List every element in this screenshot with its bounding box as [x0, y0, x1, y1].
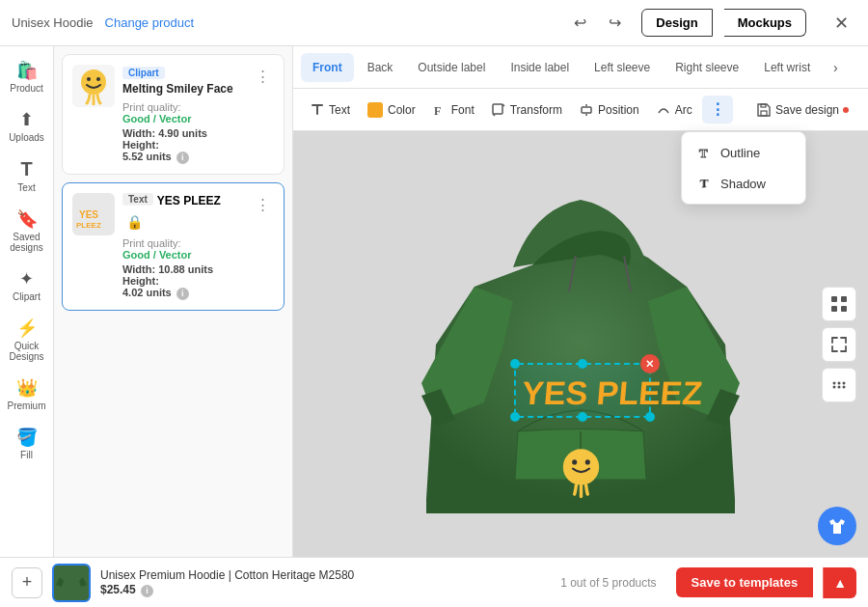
tab-left-wrist[interactable]: Left wrist [752, 53, 822, 82]
position-tool-label: Position [598, 103, 639, 117]
tab-right-sleeve[interactable]: Right sleeve [664, 53, 750, 82]
premium-icon: 👑 [16, 377, 38, 399]
undo-redo-group: ↩ ↪ [564, 8, 630, 39]
sidebar-item-product[interactable]: 🛍️ Product [4, 54, 50, 99]
sidebar-item-premium[interactable]: 👑 Premium [4, 372, 50, 417]
svg-point-1 [87, 77, 91, 81]
shirt-icon [827, 516, 847, 536]
tab-inside-label[interactable]: Inside label [499, 53, 581, 82]
shadow-icon: TT [697, 176, 713, 191]
layer-name-clipart: Melting Smiley Face [122, 82, 243, 97]
lock-button[interactable]: 🔒 [122, 210, 146, 234]
sidebar-label-text: Text [17, 182, 35, 193]
quality-label-1: Print quality: [122, 101, 243, 113]
text-tool-button[interactable]: Text [303, 98, 358, 122]
product-info: Unisex Premium Hoodie | Cotton Heritage … [100, 568, 551, 597]
info-icon-2[interactable]: i [176, 288, 189, 300]
svg-point-0 [81, 69, 106, 95]
sidebar-item-fill[interactable]: 🪣 Fill [4, 421, 50, 466]
tab-outside-label[interactable]: Outside label [406, 53, 497, 82]
info-icon-1[interactable]: i [176, 152, 189, 164]
arc-tool-label: Arc [675, 103, 692, 117]
position-tool-button[interactable]: Position [572, 98, 647, 122]
expand-button[interactable] [822, 327, 856, 362]
save-templates-chevron[interactable]: ▲ [823, 567, 856, 598]
price-info-icon[interactable]: i [141, 585, 153, 597]
sidebar-item-clipart[interactable]: ✦ Clipart [4, 262, 50, 308]
design-toolbar: Text Color F Font Transform Position Arc [293, 89, 868, 131]
save-design-icon [756, 102, 772, 118]
product-icon: 🛍️ [16, 60, 38, 81]
sidebar-item-text[interactable]: T Text [4, 152, 50, 199]
price-value: $25.45 [100, 583, 136, 596]
svg-text:PLEEZ: PLEEZ [76, 221, 101, 230]
bottombar: + Unisex Premium Hoodie | Cotton Heritag… [0, 557, 868, 607]
svg-point-44 [838, 385, 841, 388]
shirt-fab-button[interactable] [818, 507, 856, 545]
tab-back[interactable]: Back [356, 53, 405, 82]
close-button[interactable]: ✕ [826, 8, 856, 39]
quick-designs-icon: ⚡ [16, 317, 38, 339]
transform-icon [492, 103, 505, 117]
svg-text:YES: YES [79, 209, 98, 220]
mockups-button[interactable]: Mockups [724, 9, 806, 37]
text-tool-icon [311, 103, 324, 117]
layer-more-btn-2[interactable]: ⋮ [251, 193, 274, 216]
add-product-button[interactable]: + [12, 567, 42, 598]
transform-tool-label: Transform [510, 103, 562, 117]
sidebar-label-premium: Premium [8, 400, 46, 411]
svg-text:T: T [699, 146, 708, 160]
svg-point-27 [510, 359, 520, 369]
layer-thumb-clipart [72, 65, 115, 107]
layer-info-clipart: Clipart Melting Smiley Face Print qualit… [122, 65, 243, 164]
tab-front[interactable]: Front [301, 53, 354, 82]
svg-point-40 [833, 381, 836, 384]
svg-rect-15 [761, 111, 767, 116]
sidebar-item-saved-designs[interactable]: 🔖 Saved designs [4, 203, 50, 259]
outline-option[interactable]: T Outline [688, 138, 800, 167]
topbar-title: Unisex Hoodie [12, 15, 94, 30]
sidebar-item-quick-designs[interactable]: ⚡ Quick Designs [4, 312, 50, 368]
more-tools-button[interactable]: ⋮ [702, 96, 733, 124]
layer-card-clipart[interactable]: Clipart Melting Smiley Face Print qualit… [62, 54, 285, 175]
layer-more-btn-1[interactable]: ⋮ [251, 65, 274, 88]
fill-icon: 🪣 [16, 427, 38, 448]
color-swatch [367, 102, 383, 118]
arc-tool-button[interactable]: Arc [649, 98, 700, 122]
clipart-badge: Clipart [122, 67, 165, 79]
svg-rect-39 [841, 306, 847, 312]
svg-point-23 [563, 449, 599, 484]
text-badge: Text [122, 193, 153, 206]
layer-actions-2: ⋮ [251, 193, 274, 216]
layer-dims-1: Width: 4.90 units Height: 5.52 units i [122, 127, 243, 164]
undo-button[interactable]: ↩ [564, 8, 595, 39]
outline-label: Outline [720, 146, 760, 160]
outline-icon: T [697, 145, 713, 160]
layer-card-text[interactable]: YES PLEEZ Text YES PLEEZ 🔒 Print quality… [62, 182, 285, 311]
dots-grid-button[interactable] [822, 368, 856, 402]
tab-left-sleeve[interactable]: Left sleeve [583, 53, 662, 82]
layer-info-text: Text YES PLEEZ 🔒 Print quality: Good / V… [122, 193, 243, 300]
design-button[interactable]: Design [641, 9, 712, 37]
redo-button[interactable]: ↪ [599, 8, 630, 39]
save-design-button[interactable]: Save design [746, 97, 858, 123]
change-product-link[interactable]: Change product [105, 15, 195, 30]
transform-tool-button[interactable]: Transform [484, 98, 570, 122]
svg-rect-9 [493, 104, 502, 114]
layer-actions-1: ⋮ [251, 65, 274, 88]
svg-rect-38 [831, 306, 837, 312]
font-tool-button[interactable]: F Font [425, 98, 482, 122]
tabs-next-arrow[interactable]: › [824, 56, 847, 79]
color-tool-button[interactable]: Color [360, 97, 423, 123]
topbar: Unisex Hoodie Change product ↩ ↪ Design … [0, 0, 868, 46]
more-tools-icon: ⋮ [710, 100, 725, 119]
sidebar-item-uploads[interactable]: ⬆ Uploads [4, 103, 50, 149]
svg-point-2 [96, 77, 100, 81]
save-templates-button[interactable]: Save to templates [676, 567, 814, 597]
layer-thumb-text: YES PLEEZ [72, 193, 115, 235]
shadow-option[interactable]: TT Shadow [688, 169, 800, 198]
arc-icon [657, 103, 670, 117]
svg-rect-36 [831, 296, 837, 302]
text-layer-name: YES PLEEZ [157, 194, 221, 207]
grid-view-button[interactable] [822, 287, 856, 321]
